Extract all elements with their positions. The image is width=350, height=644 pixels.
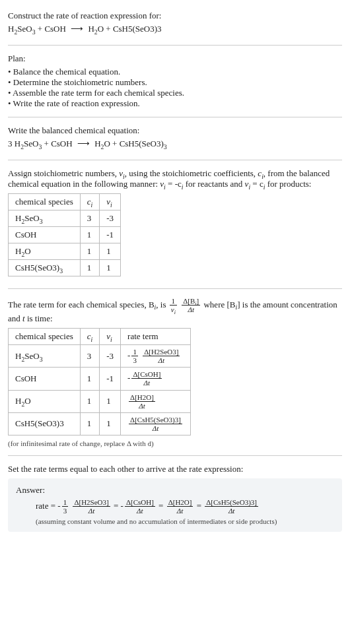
reaction-arrow-icon: ⟶ xyxy=(68,24,86,34)
col-c: ci xyxy=(80,329,100,345)
answer-heading: Answer: xyxy=(16,485,334,496)
cell-c: 3 xyxy=(80,345,100,368)
balanced-label: Write the balanced chemical equation: xyxy=(8,125,342,136)
cell-species: H2SeO3 xyxy=(9,210,81,227)
intro-title: Construct the rate of reaction expressio… xyxy=(8,11,342,21)
plan-section: Plan: Balance the chemical equation. Det… xyxy=(8,48,342,114)
plan-list: Balance the chemical equation. Determine… xyxy=(8,67,342,109)
rate-word: rate = xyxy=(36,501,57,511)
balanced-section: Write the balanced chemical equation: 3 … xyxy=(8,120,342,157)
cell-c: 1 xyxy=(80,260,100,276)
fraction: Δ[Bi] Δt xyxy=(182,297,200,313)
cell-nu: -3 xyxy=(100,345,121,368)
cell-rate-term: Δ[H2O]Δt xyxy=(121,390,191,412)
fraction: 1 νi xyxy=(170,297,177,313)
balanced-equation: 3 H2SeO3 + CsOH ⟶ H2O + CsH5(SeO3)3 xyxy=(8,139,342,149)
cell-rate-term: Δ[CsH5(SeO3)3]Δt xyxy=(121,412,191,435)
plus-sign: + xyxy=(112,139,120,148)
col-rate-term: rate term xyxy=(121,329,191,345)
plus-sign: + xyxy=(106,24,113,34)
stoich-section: Assign stoichiometric numbers, νi, using… xyxy=(8,163,342,286)
assumption-note: (assuming constant volume and no accumul… xyxy=(16,517,334,525)
col-nu: νi xyxy=(100,194,121,210)
table-row: CsOH 1 -1 -Δ[CsOH]Δt xyxy=(9,368,191,390)
col-c: ci xyxy=(80,194,100,210)
plan-item: Assemble the rate term for each chemical… xyxy=(8,88,342,98)
intro-equation: H2SeO3 + CsOH ⟶ H2O + CsH5(SeO3)3 xyxy=(8,24,342,34)
fraction: Δ[H2O]Δt xyxy=(129,393,155,410)
intro-section: Construct the rate of reaction expressio… xyxy=(8,5,342,42)
divider xyxy=(8,117,342,117)
stoich-table: chemical species ci νi H2SeO3 3 -3 CsOH … xyxy=(8,193,121,276)
cell-species: CsOH xyxy=(9,227,81,243)
fraction: Δ[CsH5(SeO3)3]Δt xyxy=(205,498,258,515)
equals-sign: = xyxy=(114,501,121,511)
species-csh5seo33: CsH5(SeO3)3 xyxy=(120,139,167,148)
plan-item: Write the rate of reaction expression. xyxy=(8,98,342,109)
stoich-text: Assign stoichiometric numbers, νi, using… xyxy=(8,168,342,189)
table-row: CsH5(SeO3)3 1 1 xyxy=(9,260,121,276)
species-h2seo3: H2SeO3 xyxy=(8,24,38,34)
rate-term-table: chemical species ci νi rate term H2SeO3 … xyxy=(8,328,191,435)
cell-species: H2O xyxy=(9,390,81,412)
cell-species: CsH5(SeO3)3 xyxy=(9,412,81,435)
final-section: Set the rate terms equal to each other t… xyxy=(8,459,342,537)
species-csoh: CsOH xyxy=(51,139,73,148)
table-row: H2O 1 1 xyxy=(9,243,121,260)
col-nu: νi xyxy=(100,329,121,345)
fraction: 13 xyxy=(62,498,69,515)
cell-species: CsH5(SeO3)3 xyxy=(9,260,81,276)
table-row: H2SeO3 3 -3 -13 Δ[H2SeO3]Δt xyxy=(9,345,191,368)
cell-c: 1 xyxy=(80,412,100,435)
col-species: chemical species xyxy=(9,329,81,345)
cell-rate-term: -Δ[CsOH]Δt xyxy=(121,368,191,390)
species-csh5seo33: CsH5(SeO3)3 xyxy=(113,24,162,34)
fraction: 13 xyxy=(131,348,138,364)
fraction: Δ[CsOH]Δt xyxy=(131,370,162,387)
divider xyxy=(8,45,342,46)
table-header-row: chemical species ci νi rate term xyxy=(9,329,191,345)
species-h2o: H2O xyxy=(88,24,106,34)
final-label: Set the rate terms equal to each other t… xyxy=(8,464,342,474)
rate-term-section: The rate term for each chemical species,… xyxy=(8,292,342,453)
plan-item: Determine the stoichiometric numbers. xyxy=(8,77,342,88)
cell-nu: 1 xyxy=(100,390,121,412)
table-row: H2O 1 1 Δ[H2O]Δt xyxy=(9,390,191,412)
cell-nu: 1 xyxy=(100,260,121,276)
table-row: CsOH 1 -1 xyxy=(9,227,121,243)
cell-nu: -1 xyxy=(100,227,121,243)
equals-sign: = xyxy=(158,501,166,511)
divider xyxy=(8,288,342,289)
cell-c: 1 xyxy=(80,390,100,412)
cell-c: 1 xyxy=(80,227,100,243)
table-row: H2SeO3 3 -3 xyxy=(9,210,121,227)
divider xyxy=(8,455,342,456)
plus-sign: + xyxy=(38,24,45,34)
rate-expression: rate = -13 Δ[H2SeO3]Δt = -Δ[CsOH]Δt = Δ[… xyxy=(16,498,334,515)
plan-label: Plan: xyxy=(8,53,342,64)
cell-c: 3 xyxy=(80,210,100,227)
cell-nu: -1 xyxy=(100,368,121,390)
cell-species: H2SeO3 xyxy=(9,345,81,368)
table-row: CsH5(SeO3)3 1 1 Δ[CsH5(SeO3)3]Δt xyxy=(9,412,191,435)
neg-sign: - xyxy=(121,501,123,511)
neg-sign: - xyxy=(57,501,60,511)
cell-species: CsOH xyxy=(9,368,81,390)
cell-nu: 1 xyxy=(100,243,121,260)
fraction: Δ[CsOH]Δt xyxy=(125,498,155,515)
reaction-arrow-icon: ⟶ xyxy=(75,139,92,148)
fraction: Δ[H2SeO3]Δt xyxy=(143,348,180,364)
coefficient: 3 xyxy=(8,139,15,148)
plan-item: Balance the chemical equation. xyxy=(8,67,342,77)
cell-species: H2O xyxy=(9,243,81,260)
plus-sign: + xyxy=(44,139,52,148)
cell-nu: 1 xyxy=(100,412,121,435)
cell-c: 1 xyxy=(80,243,100,260)
table-header-row: chemical species ci νi xyxy=(9,194,121,210)
infinitesimal-note: (for infinitesimal rate of change, repla… xyxy=(8,439,342,447)
answer-box: Answer: rate = -13 Δ[H2SeO3]Δt = -Δ[CsOH… xyxy=(8,478,342,532)
divider xyxy=(8,160,342,160)
fraction: Δ[H2O]Δt xyxy=(167,498,193,515)
rate-term-text: The rate term for each chemical species,… xyxy=(8,297,342,324)
species-h2seo3: H2SeO3 xyxy=(15,139,42,148)
